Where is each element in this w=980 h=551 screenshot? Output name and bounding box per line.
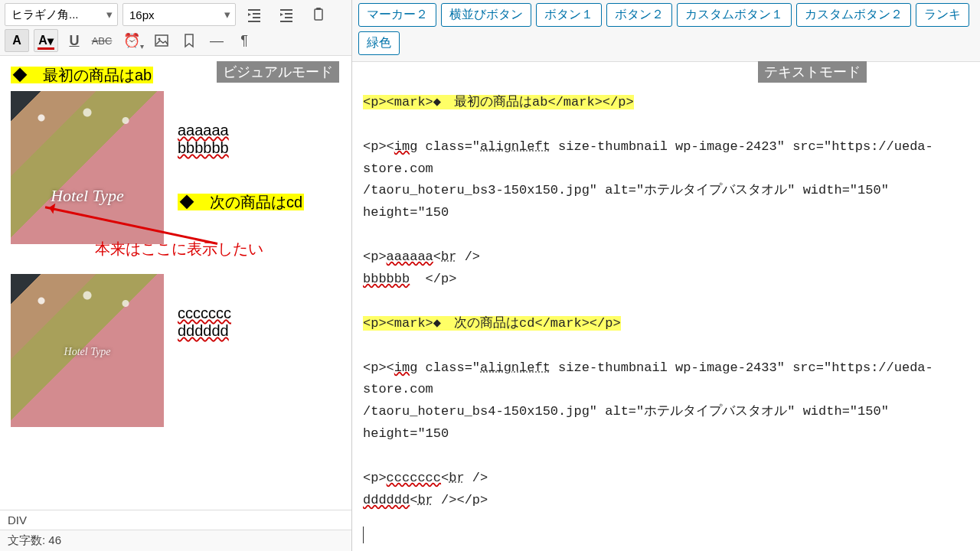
code-line: bbbbbb </p> — [363, 272, 456, 286]
strikethrough-button[interactable]: ABC — [90, 29, 113, 52]
svg-rect-1 — [316, 8, 321, 10]
outdent-button[interactable] — [240, 3, 268, 26]
svg-rect-0 — [315, 9, 322, 20]
quicktag-6[interactable]: ランキ — [916, 3, 969, 27]
visual-editor[interactable]: ◆ 最初の商品はab Hotel Type aaaaaa bbbbbb ◆ 次の… — [0, 56, 351, 510]
image-button[interactable] — [150, 29, 173, 52]
thumb-label: Hotel Type — [11, 186, 164, 206]
text-bbb: bbbbbb — [178, 139, 229, 157]
svg-rect-2 — [155, 35, 168, 46]
heading-mark-1: ◆ 最初の商品はab — [11, 67, 153, 83]
text-ddd: dddddd — [178, 322, 229, 340]
underline-button[interactable]: U — [63, 29, 86, 52]
timer-button[interactable]: ⏰▾ — [118, 29, 145, 52]
product-thumbnail-1[interactable]: Hotel Type — [11, 91, 164, 244]
svg-point-3 — [158, 38, 161, 41]
code-line: <p><img class="alignleft size-thumbnail … — [363, 139, 933, 176]
quicktag-5[interactable]: カスタムボタン２ — [796, 3, 911, 27]
element-path: DIV — [0, 510, 351, 530]
quicktag-2[interactable]: ボタン１ — [536, 3, 602, 27]
quicktag-0[interactable]: マーカー２ — [358, 3, 436, 27]
caret-down-icon: ▾ — [47, 34, 54, 48]
code-line: <p><img class="alignleft size-thumbnail … — [363, 360, 933, 397]
font-family-value: ヒラギノ角... — [11, 8, 79, 22]
quicktag-3[interactable]: ボタン２ — [606, 3, 672, 27]
code-line: <p>aaaaaa<br /> — [363, 249, 480, 264]
code-line: <p><mark>◆ 最初の商品はab</mark></p> — [363, 95, 634, 109]
visual-toolbar: ヒラギノ角... 16px A A▾ U ABC ⏰▾ — ¶ — [0, 0, 351, 56]
thumb-label: Hotel Type — [11, 346, 164, 358]
caret-down-icon: ▾ — [140, 42, 144, 51]
hr-button[interactable]: — — [205, 29, 228, 52]
quicktag-row: マーカー２横並びボタンボタン１ボタン２カスタムボタン１カスタムボタン２ランキ緑色 — [352, 0, 980, 62]
code-line: /taoru_hoteru_bs3-150x150.jpg" alt="ホテルタ… — [363, 183, 897, 220]
product-thumbnail-2[interactable]: Hotel Type — [11, 274, 164, 427]
annotation-arrow: 本来はここに表示したい — [11, 250, 341, 251]
heading-mark-2: ◆ 次の商品はcd — [178, 194, 304, 210]
text-color-button[interactable]: A — [5, 29, 29, 52]
text-editor[interactable]: <p><mark>◆ 最初の商品はab</mark></p> <p><img c… — [352, 62, 980, 551]
text-cursor — [363, 527, 364, 543]
quicktag-7[interactable]: 緑色 — [358, 31, 400, 55]
char-count: 文字数: 46 — [0, 530, 351, 551]
font-family-select[interactable]: ヒラギノ角... — [5, 3, 118, 26]
paragraph-button[interactable]: ¶ — [233, 29, 256, 52]
quicktag-1[interactable]: 横並びボタン — [441, 3, 531, 27]
paste-button[interactable] — [305, 3, 332, 26]
font-size-select[interactable]: 16px — [122, 3, 236, 26]
font-size-value: 16px — [129, 8, 155, 21]
text-ccc: ccccccc — [178, 305, 231, 322]
code-line: /taoru_hoteru_bs4-150x150.jpg" alt="ホテルタ… — [363, 404, 897, 441]
visual-mode-label: ビジュアルモード — [217, 61, 339, 83]
indent-button[interactable] — [273, 3, 300, 26]
code-line: <p>ccccccc<br /> — [363, 471, 488, 485]
code-line: <p><mark>◆ 次の商品はcd</mark></p> — [363, 316, 621, 331]
text-aaa: aaaaaa — [178, 122, 229, 139]
code-line: dddddd<br /></p> — [363, 493, 488, 507]
annotation-text: 本来はここに表示したい — [95, 239, 263, 259]
quicktag-4[interactable]: カスタムボタン１ — [677, 3, 792, 27]
text-bgcolor-button[interactable]: A▾ — [34, 29, 58, 52]
bookmark-button[interactable] — [178, 29, 201, 52]
text-mode-label: テキストモード — [758, 61, 867, 83]
